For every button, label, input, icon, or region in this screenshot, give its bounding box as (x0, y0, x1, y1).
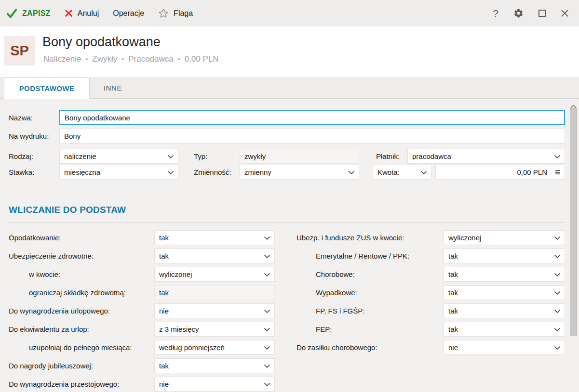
dropdown-field[interactable]: nie (154, 377, 275, 392)
x-icon (65, 9, 73, 17)
field-value: tak (159, 288, 169, 297)
stawka-value: miesięczna (64, 168, 100, 176)
dropdown-field[interactable]: wyliczonej (154, 267, 275, 282)
kwota-amount-input[interactable]: 0,00 PLN ≡ (435, 165, 565, 180)
zmiennosc-dropdown[interactable]: zmienny (240, 165, 359, 180)
help-button[interactable]: ? (493, 8, 498, 19)
save-button[interactable]: ZAPISZ (6, 9, 51, 18)
tab-inne[interactable]: INNE (90, 77, 136, 99)
chevron-down-icon (264, 255, 270, 258)
na-wydruku-input[interactable]: Bony (59, 129, 565, 144)
form-row: Emerytalne / Rentowe / PPK:tak (296, 248, 565, 263)
dropdown-field[interactable]: tak (154, 230, 275, 245)
dropdown-field[interactable]: tak (444, 322, 565, 337)
field-label: Emerytalne / Rentowe / PPK: (316, 248, 409, 263)
nazwa-input[interactable]: Bony opodatkowane (59, 110, 565, 125)
dropdown-field[interactable]: tak (444, 248, 565, 263)
na-wydruku-label: Na wydruku: (9, 129, 49, 144)
subtitle-part: 0,00 PLN (185, 54, 219, 64)
tab-podstawowe[interactable]: PODSTAWOWE (4, 77, 90, 99)
typ-value: zwykły (244, 152, 266, 160)
close-icon[interactable] (561, 9, 569, 17)
platnik-dropdown[interactable]: pracodawca (407, 149, 565, 164)
chevron-down-icon (264, 328, 270, 331)
zmiennosc-label: Zmienność: (194, 165, 231, 180)
form-row: Ubezp. i fundusze ZUS w kwocie:wyliczone… (296, 230, 565, 245)
chevron-down-icon (554, 310, 560, 313)
dropdown-field[interactable]: wyliczonej (444, 230, 565, 245)
form-row: w kwocie:wyliczonej (9, 267, 275, 282)
kwota-mode-dropdown[interactable]: Kwota: (373, 165, 431, 180)
flag-button-label: Flaga (174, 9, 193, 18)
field-label: Do zasiłku chorobowego: (296, 340, 377, 355)
record-subtitle: Naliczenie•Zwykły•Pracodawca•0,00 PLN (43, 54, 219, 64)
chevron-down-icon (264, 346, 270, 350)
flag-button[interactable]: Flaga (158, 8, 193, 18)
chevron-down-icon (264, 236, 270, 240)
form-row: Do zasiłku chorobowego:nie (296, 340, 565, 355)
field-label: Opodatkowanie: (9, 230, 61, 245)
field-label: Do wynagrodzenia urlopowego: (9, 303, 110, 318)
field-value: nie (159, 307, 169, 315)
cancel-button[interactable]: Anuluj (65, 9, 99, 18)
rodzaj-value: naliczenie (64, 152, 96, 160)
typ-readonly-field: zwykły (240, 149, 359, 164)
subtitle-separator: • (178, 55, 180, 63)
rodzaj-label: Rodzaj: (9, 149, 33, 164)
form-row: Do wynagrodzenia urlopowego:nie (9, 303, 275, 318)
dropdown-field[interactable]: tak (154, 248, 275, 263)
hamburger-icon[interactable]: ≡ (555, 165, 560, 180)
field-label: Do ekwiwalentu za urlop: (9, 322, 89, 337)
record-header: SP Bony opodatkowane Naliczenie•Zwykły•P… (0, 26, 579, 77)
zmiennosc-value: zmienny (244, 168, 271, 176)
subtitle-separator: • (85, 55, 88, 63)
platnik-value: pracodawca (412, 152, 451, 160)
dropdown-field[interactable]: tak (444, 267, 565, 282)
chevron-down-icon (554, 291, 560, 295)
stawka-label: Stawka: (9, 165, 34, 180)
scrollbar-thumb[interactable] (570, 108, 577, 336)
field-value: z 3 miesięcy (159, 325, 199, 333)
gear-icon[interactable] (513, 8, 524, 18)
rodzaj-dropdown[interactable]: naliczenie (59, 149, 178, 164)
form-row: Ubezpieczenie zdrowotne:tak (9, 248, 275, 263)
chevron-down-icon (264, 383, 270, 386)
chevron-down-icon (168, 171, 174, 174)
nazwa-value: Bony opodatkowane (65, 114, 130, 122)
form-row: Wypadkowe:tak (296, 285, 565, 300)
field-value: tak (159, 252, 169, 260)
operations-button[interactable]: Operacje (113, 9, 144, 18)
page-title: Bony opodatkowane (42, 35, 161, 50)
field-label: Ubezpieczenie zdrowotne: (9, 248, 94, 263)
na-wydruku-value: Bony (64, 132, 81, 140)
cancel-button-label: Anuluj (78, 9, 99, 18)
dropdown-field[interactable]: nie (444, 340, 565, 355)
field-value: tak (448, 270, 458, 278)
maximize-icon[interactable] (539, 10, 546, 17)
field-value: wyliczonej (448, 234, 481, 242)
dropdown-field[interactable]: tak (444, 285, 565, 300)
dropdown-field[interactable]: z 3 miesięcy (154, 322, 275, 337)
field-value: tak (159, 362, 169, 370)
chevron-down-icon (421, 171, 427, 174)
operations-button-label: Operacje (113, 9, 144, 18)
field-value: tak (448, 288, 458, 297)
form-row: FEP:tak (296, 322, 565, 337)
subtitle-separator: • (121, 55, 124, 63)
dropdown-field[interactable]: tak (154, 358, 275, 373)
field-label: ograniczaj składkę zdrowotną: (29, 285, 126, 300)
left-column: Opodatkowanie:takUbezpieczenie zdrowotne… (9, 230, 275, 392)
subtitle-part: Naliczenie (43, 54, 81, 64)
readonly-field: tak (154, 285, 275, 300)
form-row: Do ekwiwalentu za urlop:z 3 miesięcy (9, 322, 275, 337)
dropdown-field[interactable]: tak (444, 303, 565, 318)
field-value: tak (448, 307, 458, 315)
toolbar: ZAPISZ Anuluj Operacje Flaga ? (0, 0, 579, 26)
field-value: nie (448, 343, 458, 352)
chevron-down-icon (168, 155, 174, 158)
stawka-dropdown[interactable]: miesięczna (59, 165, 178, 180)
vertical-scrollbar[interactable] (569, 99, 579, 392)
dropdown-field[interactable]: nie (154, 303, 275, 318)
dropdown-field[interactable]: według pomniejszeń (154, 340, 275, 355)
field-value: tak (159, 234, 169, 242)
